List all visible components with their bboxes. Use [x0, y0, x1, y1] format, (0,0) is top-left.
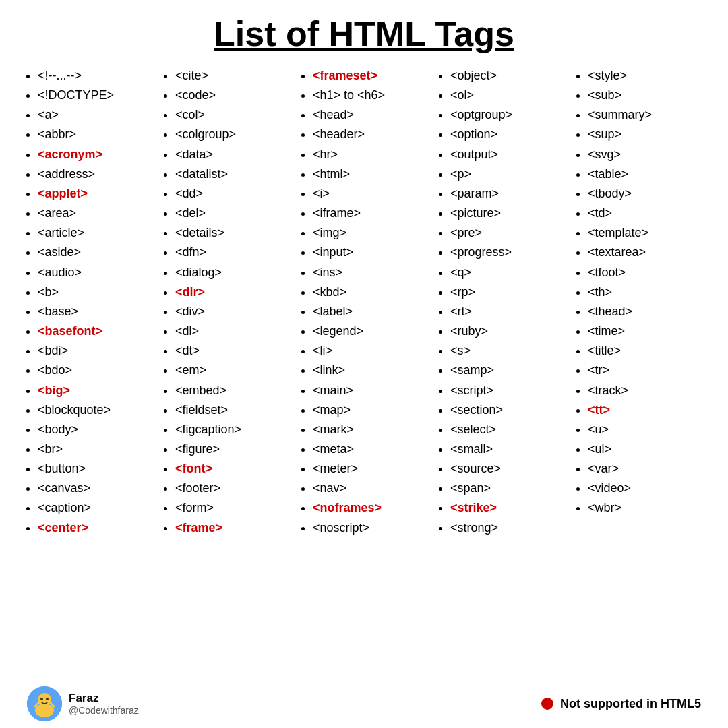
deprecated-tag: <tt>	[588, 403, 610, 417]
list-item: <head>	[313, 105, 427, 125]
page: List of HTML Tags <!--...--><!DOCTYPE><a…	[0, 0, 728, 728]
list-item: <var>	[588, 459, 702, 479]
list-item: <dl>	[175, 322, 290, 341]
list-item: <abbr>	[38, 125, 152, 144]
list-item: <basefont>	[38, 322, 152, 341]
list-item: <mark>	[313, 420, 427, 439]
deprecated-tag: <applet>	[38, 187, 88, 200]
list-item: <code>	[175, 86, 290, 105]
column-4: <object><ol><optgroup><option><output><p…	[433, 66, 570, 679]
legend: Not supported in HTML5	[541, 697, 701, 711]
list-item: <ol>	[450, 86, 565, 105]
author-text: Faraz @Codewithfaraz	[69, 692, 139, 716]
list-item: <link>	[313, 361, 427, 380]
list-item: <rp>	[450, 282, 565, 302]
list-item: <th>	[588, 282, 702, 302]
footer-bar: Faraz @Codewithfaraz Not supported in HT…	[20, 682, 708, 721]
list-item: <big>	[38, 381, 152, 400]
author-name: Faraz	[69, 692, 139, 705]
deprecated-tag: <frameset>	[313, 69, 377, 82]
column-3: <frameset><h1> to <h6><head><header><hr>…	[295, 66, 433, 679]
list-item: <optgroup>	[450, 105, 565, 125]
avatar	[27, 686, 62, 721]
deprecated-tag: <big>	[38, 384, 70, 397]
list-item: <blockquote>	[38, 400, 152, 420]
list-item: <area>	[38, 204, 152, 223]
list-item: <tr>	[588, 361, 702, 380]
list-item: <datalist>	[175, 164, 290, 184]
list-item: <br>	[38, 439, 152, 459]
list-item: <textarea>	[588, 243, 702, 262]
list-item: <li>	[313, 341, 427, 361]
column-2: <cite><code><col><colgroup><data><datali…	[158, 66, 295, 679]
list-item: <b>	[38, 282, 152, 302]
column-1: <!--...--><!DOCTYPE><a><abbr><acronym><a…	[20, 66, 158, 679]
deprecated-tag: <center>	[38, 521, 88, 535]
list-item: <colgroup>	[175, 125, 290, 144]
list-item: <select>	[450, 420, 565, 439]
list-item: <bdi>	[38, 341, 152, 361]
list-item: <tfoot>	[588, 263, 702, 282]
list-item: <!DOCTYPE>	[38, 86, 152, 105]
list-item: <video>	[588, 479, 702, 498]
list-item: <audio>	[38, 263, 152, 282]
list-item: <thead>	[588, 302, 702, 322]
list-item: <object>	[450, 66, 565, 86]
list-item: <form>	[175, 498, 290, 518]
list-item: <ins>	[313, 263, 427, 282]
tag-columns: <!--...--><!DOCTYPE><a><abbr><acronym><a…	[20, 66, 708, 679]
list-item: <option>	[450, 125, 565, 144]
list-item: <noscript>	[313, 518, 427, 538]
list-item: <meter>	[313, 459, 427, 479]
list-item: <time>	[588, 322, 702, 341]
list-item: <caption>	[38, 498, 152, 518]
list-item: <ruby>	[450, 322, 565, 341]
list-item: <data>	[175, 145, 290, 164]
list-item: <sup>	[588, 125, 702, 144]
list-item: <s>	[450, 341, 565, 361]
list-item: <input>	[313, 243, 427, 262]
list-item: <frame>	[175, 518, 290, 538]
list-item: <p>	[450, 164, 565, 184]
list-item: <small>	[450, 439, 565, 459]
list-item: <article>	[38, 223, 152, 243]
list-item: <samp>	[450, 361, 565, 380]
list-item: <kbd>	[313, 282, 427, 302]
list-item: <dd>	[175, 184, 290, 204]
list-item: <q>	[450, 263, 565, 282]
list-item: <script>	[450, 381, 565, 400]
list-item: <canvas>	[38, 479, 152, 498]
list-item: <meta>	[313, 439, 427, 459]
list-item: <center>	[38, 518, 152, 538]
column-5: <style><sub><summary><sup><svg><table><t…	[570, 66, 708, 679]
list-item: <base>	[38, 302, 152, 322]
list-item: <footer>	[175, 479, 290, 498]
list-item: <figcaption>	[175, 420, 290, 439]
list-item: <div>	[175, 302, 290, 322]
list-item: <embed>	[175, 381, 290, 400]
list-item: <span>	[450, 479, 565, 498]
author-handle: @Codewithfaraz	[69, 705, 139, 716]
list-item: <td>	[588, 204, 702, 223]
red-dot-icon	[541, 698, 553, 710]
list-item: <strike>	[450, 498, 565, 518]
list-item: <html>	[313, 164, 427, 184]
list-item: <address>	[38, 164, 152, 184]
list-item: <u>	[588, 420, 702, 439]
list-item: <noframes>	[313, 498, 427, 518]
list-item: <bdo>	[38, 361, 152, 380]
list-item: <em>	[175, 361, 290, 380]
list-item: <acronym>	[38, 145, 152, 164]
list-item: <tt>	[588, 400, 702, 420]
list-item: <legend>	[313, 322, 427, 341]
list-item: <aside>	[38, 243, 152, 262]
deprecated-tag: <noframes>	[313, 501, 382, 514]
svg-point-2	[38, 693, 51, 706]
list-item: <iframe>	[313, 204, 427, 223]
list-item: <i>	[313, 184, 427, 204]
list-item: <output>	[450, 145, 565, 164]
list-item: <progress>	[450, 243, 565, 262]
list-item: <fieldset>	[175, 400, 290, 420]
list-item: <picture>	[450, 204, 565, 223]
list-item: <ul>	[588, 439, 702, 459]
